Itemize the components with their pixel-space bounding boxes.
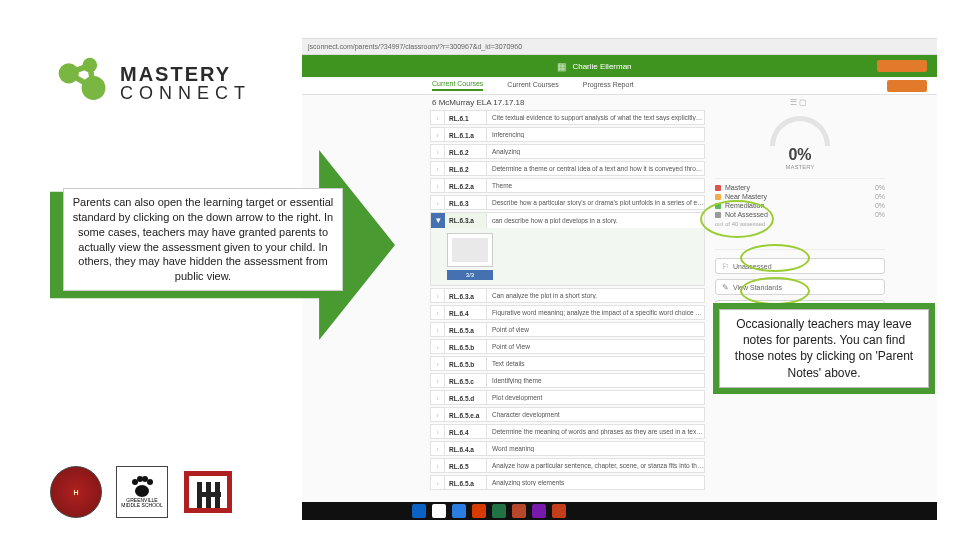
taskbar-app-icon[interactable] [512, 504, 526, 518]
arrow-instruction-text: Parents can also open the learning targe… [63, 188, 343, 291]
logo-mark-icon [55, 55, 110, 110]
mastery-connect-logo: MASTERY CONNECT [55, 55, 251, 110]
parent-notes-callout: Occasionally teachers may leave notes fo… [713, 303, 935, 394]
standards-list: ›RL.6.1Cite textual evidence to support … [430, 110, 705, 492]
orange-header-button[interactable] [877, 60, 927, 72]
chevron-right-icon[interactable]: › [431, 357, 445, 370]
svg-point-7 [147, 479, 153, 485]
footer-school-logos: H GREENVILLE MIDDLE SCHOOL [50, 466, 234, 518]
logo-text-line1: MASTERY [120, 64, 251, 84]
chevron-right-icon[interactable]: › [431, 196, 445, 209]
fw-logo [182, 466, 234, 518]
standard-row[interactable]: ›RL.6.4Determine the meaning of words an… [430, 424, 705, 439]
student-name: Charlie Ellerman [572, 62, 631, 71]
standard-row[interactable]: ›RL.6.3Describe how a particular story's… [430, 195, 705, 210]
orange-tab-button[interactable] [887, 80, 927, 92]
chevron-right-icon[interactable]: › [431, 374, 445, 387]
standard-row[interactable]: ›RL.6.5.e.aCharacter development [430, 407, 705, 422]
windows-taskbar [302, 502, 937, 520]
standard-row[interactable]: ›RL.6.4Figurative word meaning; analyze … [430, 305, 705, 320]
tab-current-courses[interactable]: Current Courses [432, 80, 483, 91]
chevron-right-icon[interactable]: › [431, 442, 445, 455]
highlight-circle-action-2 [740, 277, 810, 305]
tab-progress-report[interactable]: Progress Report [583, 81, 634, 90]
standard-row[interactable]: ›RL.6.5.bPoint of View [430, 339, 705, 354]
tab-secondary[interactable]: Current Courses [507, 81, 558, 90]
chevron-right-icon[interactable]: › [431, 179, 445, 192]
legend-row: Near Mastery0% [715, 193, 885, 200]
app-top-bar: ▦ Charlie Ellerman [302, 55, 937, 77]
chevron-right-icon[interactable]: › [431, 476, 445, 489]
standard-row[interactable]: ›RL.6.5.cIdentifying theme [430, 373, 705, 388]
legend-row: Mastery0% [715, 184, 885, 191]
parent-notes-text: Occasionally teachers may leave notes fo… [719, 309, 929, 388]
action-icon: ⚐ [722, 262, 729, 271]
taskbar-app-icon[interactable] [412, 504, 426, 518]
assessment-thumb-icon[interactable] [447, 233, 493, 267]
chevron-right-icon[interactable]: › [431, 340, 445, 353]
chevron-right-icon[interactable]: › [431, 459, 445, 472]
chevron-right-icon[interactable]: › [431, 128, 445, 141]
gauge-value: 0% [715, 146, 885, 164]
taskbar-app-icon[interactable] [532, 504, 546, 518]
standard-row[interactable]: ›RL.6.2.aTheme [430, 178, 705, 193]
standard-row[interactable]: ›RL.6.5Analyze how a particular sentence… [430, 458, 705, 473]
tab-strip: Current Courses Current Courses Progress… [302, 77, 937, 95]
chevron-right-icon[interactable]: › [431, 391, 445, 404]
standard-row[interactable]: ›RL.6.1.aInferencing [430, 127, 705, 142]
taskbar-app-icon[interactable] [552, 504, 566, 518]
svg-point-6 [142, 476, 148, 482]
standard-row[interactable]: ›RL.6.5.bText details [430, 356, 705, 371]
highlight-circle-row [700, 200, 774, 238]
chevron-right-icon[interactable]: › [431, 111, 445, 124]
chevron-right-icon[interactable]: › [431, 289, 445, 302]
taskbar-app-icon[interactable] [432, 504, 446, 518]
svg-point-4 [132, 479, 138, 485]
huntsville-logo: H [50, 466, 102, 518]
logo-text-line2: CONNECT [120, 84, 251, 102]
standard-row-expanded[interactable]: ▾RL.6.3.acan describe how a plot develop… [430, 212, 705, 286]
chevron-right-icon[interactable]: › [431, 408, 445, 421]
course-heading: 6 McMurray ELA 17.17.18 [432, 98, 525, 107]
standard-row[interactable]: ›RL.6.4.aWord meaning [430, 441, 705, 456]
taskbar-app-icon[interactable] [492, 504, 506, 518]
greenville-logo: GREENVILLE MIDDLE SCHOOL [116, 466, 168, 518]
expanded-body: 3/3 [431, 228, 704, 285]
chevron-right-icon[interactable]: › [431, 306, 445, 319]
standard-row[interactable]: ›RL.6.5.aPoint of view [430, 322, 705, 337]
taskbar-app-icon[interactable] [452, 504, 466, 518]
standard-row[interactable]: ›RL.6.5.aAnalyzing story elements [430, 475, 705, 490]
chevron-right-icon[interactable]: › [431, 323, 445, 336]
side-panel: 0% MASTERY Mastery0%Near Mastery0%Remedi… [715, 110, 885, 492]
standard-row[interactable]: ›RL.6.3.aCan analyze the plot in a short… [430, 288, 705, 303]
standard-row[interactable]: ›RL.6.2Determine a theme or central idea… [430, 161, 705, 176]
gauge-label: MASTERY [715, 164, 885, 170]
highlight-circle-action-1 [740, 244, 810, 272]
app-screenshot-panel: jsconnect.com/parents/?34997/classroom/?… [302, 38, 937, 508]
chevron-right-icon[interactable]: › [431, 162, 445, 175]
chevron-right-icon[interactable]: › [431, 425, 445, 438]
svg-point-3 [135, 485, 149, 497]
grid-icon: ▦ [557, 61, 566, 72]
action-icon: ✎ [722, 283, 729, 292]
standard-row[interactable]: ›RL.6.1Cite textual evidence to support … [430, 110, 705, 125]
standard-row[interactable]: ›RL.6.2Analyzing [430, 144, 705, 159]
view-toggle-icon[interactable]: ☰ ▢ [790, 98, 807, 107]
browser-url-bar: jsconnect.com/parents/?34997/classroom/?… [302, 39, 937, 55]
standard-row[interactable]: ›RL.6.5.dPlot development [430, 390, 705, 405]
chevron-right-icon[interactable]: › [431, 145, 445, 158]
taskbar-app-icon[interactable] [472, 504, 486, 518]
mastery-gauge: 0% MASTERY [715, 110, 885, 170]
assessment-score-badge: 3/3 [447, 270, 493, 280]
